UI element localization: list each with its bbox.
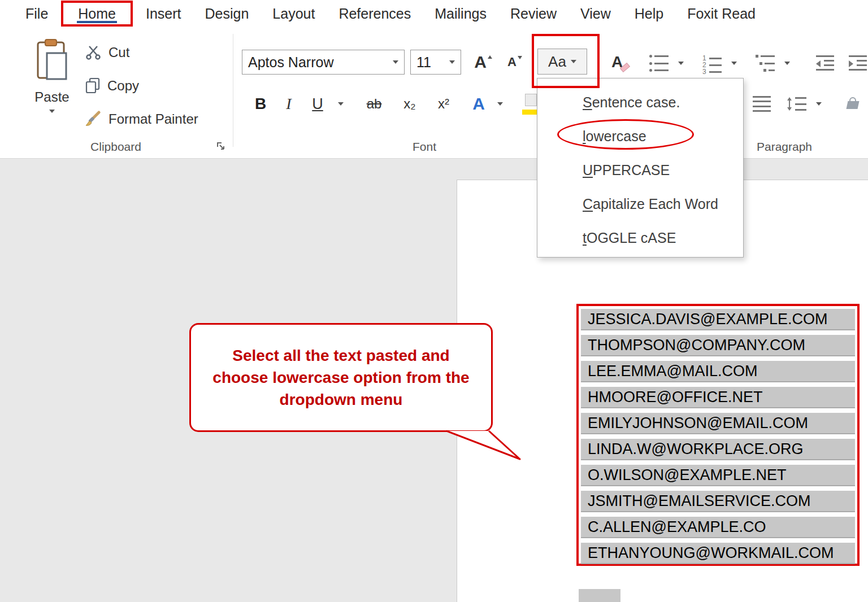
highlight-color-bar (522, 110, 538, 115)
menu-tab-review[interactable]: Review (498, 0, 568, 27)
font-size-combo[interactable]: 11 (410, 50, 461, 75)
superscript-button[interactable]: x² (429, 90, 458, 117)
clipboard-group-label: Clipboard (0, 140, 232, 154)
text-effects-chevron-icon (497, 102, 503, 106)
cut-button[interactable]: Cut (85, 41, 129, 64)
bold-button[interactable]: B (249, 90, 272, 117)
highlighter-icon (525, 94, 537, 106)
menu-item-capitalize-each-word[interactable]: Capitalize Each Word (537, 187, 743, 221)
strikethrough-button[interactable]: ab (359, 90, 389, 117)
annotation-box-selected-text: JESSICA.DAVIS@EXAMPLE.COM THOMPSON@COMPA… (576, 304, 860, 566)
selected-email-line[interactable]: C.ALLEN@EXAMPLE.CO (581, 517, 855, 538)
menu-tab-insert[interactable]: Insert (134, 0, 193, 27)
menu-item-label: OGGLE cASE (587, 230, 676, 246)
menu-item-accel: t (583, 230, 587, 246)
format-painter-button[interactable]: Format Painter (85, 108, 198, 130)
menu-tab-home-label: Home (78, 6, 116, 22)
change-case-chevron-icon (571, 60, 576, 63)
grow-caret-icon (488, 55, 492, 59)
menu-tab-references[interactable]: References (327, 0, 423, 27)
shrink-font-button[interactable]: A (500, 49, 530, 76)
clear-formatting-button[interactable]: A (602, 49, 632, 76)
increase-indent-button[interactable] (847, 52, 868, 75)
menu-tab-home[interactable]: Home (61, 1, 133, 27)
menu-tab-layout[interactable]: Layout (261, 0, 327, 27)
superscript-icon: x² (438, 96, 449, 112)
line-spacing-button[interactable] (783, 90, 810, 117)
multilevel-list-button[interactable] (754, 52, 776, 75)
active-tab-underline (77, 21, 117, 23)
italic-icon: I (286, 95, 291, 113)
instruction-callout-text: Select all the text pasted and choose lo… (207, 344, 475, 411)
menu-item-label: entence case. (592, 94, 680, 111)
menu-item-uppercase[interactable]: UPPERCASE (537, 153, 743, 187)
selected-email-line[interactable]: HMOORE@OFFICE.NET (581, 387, 855, 408)
text-effects-icon: A (472, 94, 485, 114)
shrink-caret-icon (518, 56, 522, 59)
menu-tab-design[interactable]: Design (193, 0, 261, 27)
selected-email-line[interactable]: JSMITH@EMAILSERVICE.COM (581, 491, 855, 512)
underline-button[interactable]: U (305, 90, 330, 117)
subscript-button[interactable]: x₂ (396, 90, 424, 117)
selected-email-line[interactable]: ETHANYOUNG@WORKMAIL.COM (581, 543, 855, 564)
font-name-value: Aptos Narrow (248, 54, 333, 71)
copy-icon (85, 77, 101, 94)
menu-item-sentence-case[interactable]: Sentence case. (537, 85, 743, 119)
highlight-color-button[interactable] (522, 91, 537, 117)
shrink-font-icon: A (507, 56, 517, 68)
cut-label: Cut (108, 45, 129, 60)
bullets-dropdown[interactable] (675, 52, 687, 75)
justify-button[interactable] (750, 90, 773, 117)
shading-button[interactable] (842, 90, 867, 117)
menu-item-accel: S (583, 94, 592, 111)
selected-email-line[interactable]: LINDA.W@WORKPLACE.ORG (581, 439, 855, 460)
paste-label: Paste (34, 89, 69, 105)
paint-bucket-icon (846, 97, 863, 111)
copy-button[interactable]: Copy (85, 75, 139, 97)
instruction-callout: Select all the text pasted and choose lo… (189, 323, 493, 432)
italic-button[interactable]: I (279, 90, 298, 117)
underline-dropdown[interactable] (335, 90, 347, 117)
clear-formatting-icon: A (611, 53, 623, 71)
numbering-button[interactable]: 1 2 3 (701, 52, 723, 75)
menu-tab-file[interactable]: File (14, 0, 60, 27)
bullets-button[interactable] (648, 52, 670, 75)
underline-chevron-icon (338, 102, 344, 106)
selected-email-line[interactable]: JESSICA.DAVIS@EXAMPLE.COM (581, 309, 855, 330)
font-size-chevron-icon (449, 60, 455, 64)
grow-font-icon: A (474, 54, 487, 71)
change-case-button[interactable]: Aa (537, 49, 587, 75)
format-painter-label: Format Painter (108, 111, 198, 127)
menu-item-label: owercase (586, 128, 646, 145)
bullet-list-icon (649, 55, 669, 72)
menu-tab-help[interactable]: Help (623, 0, 675, 27)
paste-button[interactable]: Paste (27, 38, 77, 140)
grow-font-button[interactable]: A (467, 49, 500, 76)
change-case-icon: Aa (548, 53, 566, 71)
text-effects-dropdown[interactable] (494, 90, 506, 117)
subscript-icon: x₂ (403, 96, 415, 112)
font-name-chevron-icon (393, 60, 398, 64)
menu-item-lowercase[interactable]: lowercase (537, 119, 743, 153)
clipboard-dialog-launcher[interactable] (216, 141, 227, 152)
selected-email-line[interactable]: LEE.EMMA@MAIL.COM (581, 361, 855, 382)
line-spacing-dropdown[interactable] (813, 90, 825, 117)
multilevel-dropdown[interactable] (781, 52, 793, 75)
paste-dropdown-chevron-icon[interactable] (49, 110, 55, 113)
font-name-combo[interactable]: Aptos Narrow (242, 50, 405, 75)
multilevel-chevron-icon (784, 62, 790, 65)
menu-tab-view[interactable]: View (568, 0, 623, 27)
menu-tab-mailings[interactable]: Mailings (423, 0, 498, 27)
numbering-dropdown[interactable] (728, 52, 740, 75)
text-effects-button[interactable]: A (466, 90, 492, 117)
callout-tail (427, 427, 528, 463)
selected-email-line[interactable]: THOMPSON@COMPANY.COM (581, 335, 855, 356)
selected-email-line[interactable]: EMILYJOHNSON@EMAIL.COM (581, 413, 855, 434)
line-spacing-icon (787, 97, 806, 111)
selected-email-line[interactable]: O.WILSON@EXAMPLE.NET (581, 465, 855, 486)
decrease-indent-button[interactable] (814, 52, 836, 75)
menu-item-toggle-case[interactable]: tOGGLE cASE (537, 221, 743, 255)
menu-tab-foxit[interactable]: Foxit Read (675, 0, 767, 27)
justify-icon (753, 96, 771, 112)
underline-icon: U (312, 95, 323, 113)
